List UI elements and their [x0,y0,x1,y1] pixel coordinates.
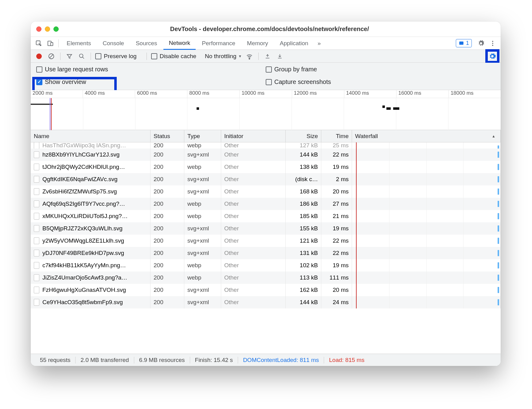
tab-elements[interactable]: Elements [61,37,96,50]
waterfall-bar [498,250,499,256]
opt-capture-screenshots[interactable]: Capture screenshots [266,78,495,85]
table-row[interactable]: yDJ70NF49BREe9kHD7pw.svg200svg+xmlOther1… [31,247,501,259]
svg-point-5 [492,43,493,44]
table-row[interactable]: hz8BXb9YlYLhCGarY12J.svg200svg+xmlOther1… [31,149,501,161]
waterfall-bar [498,262,499,268]
file-icon [34,188,39,195]
search-icon[interactable] [77,52,86,61]
window-title: DevTools - developer.chrome.com/docs/dev… [62,26,477,33]
status-requests: 55 requests [35,357,76,363]
file-icon [34,176,39,183]
network-conditions-icon[interactable] [245,52,254,61]
status-load: Load: 815 ms [324,357,369,363]
table-row[interactable]: Zv6sbHi6fZfZMWufSp75.svg200svg+xmlOther1… [31,185,501,198]
table-row[interactable]: HasThd7GxWiipo3q IASn.png…200webpOther12… [31,142,501,149]
col-status[interactable]: Status [151,130,184,142]
filter-icon[interactable] [65,52,74,61]
network-settings-panel: Use large request rows Group by frame Sh… [31,63,501,90]
svg-rect-2 [51,42,53,46]
col-size[interactable]: Size [286,130,321,142]
col-type[interactable]: Type [184,130,221,142]
file-icon [34,299,39,306]
file-icon [34,142,39,149]
issues-button[interactable]: 1 [456,39,472,47]
settings-icon[interactable] [475,38,487,49]
window-minimize-icon[interactable] [45,26,50,32]
col-time[interactable]: Time [321,130,352,142]
table-row[interactable]: y2W5yVOMWqgL8ZE1Lklh.svg200svg+xmlOther1… [31,235,501,247]
table-row[interactable]: FzH6gwuHgXuGnasATVOH.svg200svg+xmlOther1… [31,284,501,296]
svg-point-11 [249,58,250,59]
export-har-icon[interactable] [275,52,284,61]
table-row[interactable]: B5QMjpRJZ72xKQ3uWLlh.svg200svg+xmlOther1… [31,222,501,235]
devtools-tabs: Elements Console Sources Network Perform… [31,37,501,50]
throttling-select[interactable]: No throttling ▼ [205,53,242,60]
file-icon [34,225,39,232]
waterfall-bar [498,164,499,170]
col-initiator[interactable]: Initiator [221,130,286,142]
table-row[interactable]: Ce9YHacO35q8t5wbmFp9.svg200svg+xmlOther1… [31,296,501,308]
tab-network[interactable]: Network [163,37,196,50]
waterfall-bar [498,176,499,182]
tabs-overflow[interactable]: » [315,37,324,50]
status-finish: Finish: 15.42 s [190,357,238,363]
table-row[interactable]: QgftKdIKE6NqaFwlZAVc.svg200svg+xmlOther(… [31,173,501,185]
tab-sources[interactable]: Sources [130,37,163,50]
inspect-icon[interactable] [33,38,44,49]
clear-icon[interactable] [47,52,56,61]
window-close-icon[interactable] [36,26,41,32]
svg-line-8 [49,54,53,58]
more-icon[interactable] [487,38,498,49]
svg-line-10 [83,57,84,58]
file-icon [34,250,39,256]
tab-memory[interactable]: Memory [241,37,274,50]
col-name[interactable]: Name [31,130,151,142]
disable-cache-checkbox[interactable]: Disable cache [151,53,196,60]
waterfall-bar [498,201,499,207]
annotation-highlight-gear [485,49,499,63]
timeline-ruler: 2000 ms 4000 ms 6000 ms 8000 ms 10000 ms… [31,90,501,98]
opt-large-rows[interactable]: Use large request rows [36,66,266,73]
tab-performance[interactable]: Performance [196,37,241,50]
status-bar: 55 requests 2.0 MB transferred 6.9 MB re… [31,354,501,366]
network-toolbar: Preserve log Disable cache No throttling… [31,50,501,63]
svg-point-9 [80,54,83,58]
col-waterfall[interactable]: Waterfall▲ [352,130,501,142]
status-domcontentloaded: DOMContentLoaded: 811 ms [238,357,324,363]
file-icon [34,287,39,293]
table-row[interactable]: tJOhr2jBQWy2CdKHDlUl.png…200webpOther138… [31,161,501,173]
svg-point-6 [492,45,493,46]
waterfall-bar [498,299,499,305]
overview-timeline[interactable]: 2000 ms 4000 ms 6000 ms 8000 ms 10000 ms… [31,90,501,130]
waterfall-bar [498,213,499,219]
import-har-icon[interactable] [263,52,272,61]
table-header: Name Status Type Initiator Size Time Wat… [31,130,501,142]
record-button[interactable] [34,52,44,61]
file-icon [34,213,39,220]
svg-point-4 [492,41,493,42]
window-titlebar: DevTools - developer.chrome.com/docs/dev… [31,22,501,37]
table-row[interactable]: xMKUHQxXLiRDiiUTol5J.png?…200webpOther18… [31,210,501,222]
tab-application[interactable]: Application [274,37,314,50]
window-zoom-icon[interactable] [53,26,59,32]
preserve-log-checkbox[interactable]: Preserve log [95,53,137,60]
table-row[interactable]: JiZisZ4UmarOjo5cAwf3.png?a…200webpOther1… [31,272,501,284]
table-row[interactable]: c7kf94kHB11kK5AyYyMn.png…200webpOther102… [31,259,501,272]
table-body[interactable]: HasThd7GxWiipo3q IASn.png…200webpOther12… [31,142,501,354]
waterfall-bar [498,145,499,149]
table-row[interactable]: AQfq69qS2Ig6lT9Y7vcc.png?…200webpOther18… [31,198,501,210]
issues-count: 1 [466,40,469,46]
network-table: Name Status Type Initiator Size Time Wat… [31,130,501,354]
waterfall-bar [498,287,499,293]
svg-rect-3 [459,42,464,45]
devtools-window: DevTools - developer.chrome.com/docs/dev… [31,22,501,366]
file-icon [34,262,39,269]
status-resources: 6.9 MB resources [134,357,190,363]
waterfall-bar [498,238,499,244]
tab-console[interactable]: Console [97,37,130,50]
status-transferred: 2.0 MB transferred [76,357,134,363]
file-icon [34,151,39,158]
opt-group-by-frame[interactable]: Group by frame [266,66,495,73]
device-toolbar-icon[interactable] [45,38,56,49]
file-icon [34,274,39,281]
